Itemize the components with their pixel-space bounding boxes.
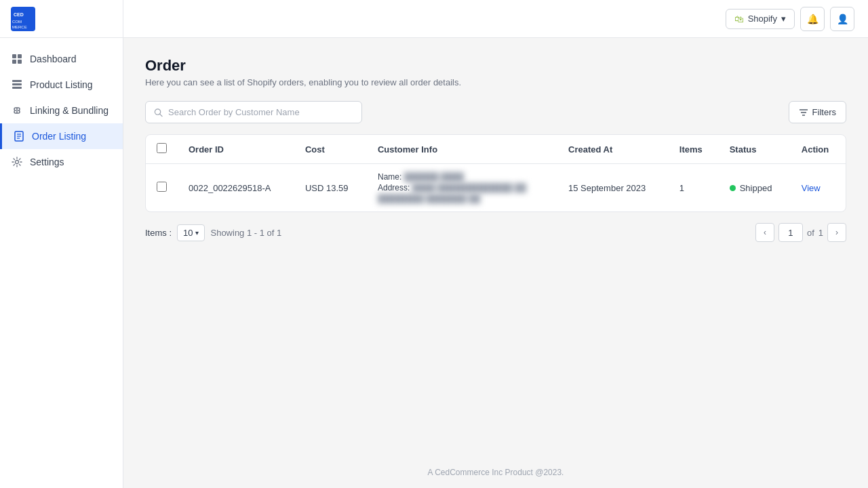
col-cost: Cost bbox=[294, 135, 367, 164]
svg-rect-10 bbox=[12, 87, 22, 89]
prev-page-button[interactable]: ‹ bbox=[755, 223, 774, 242]
svg-rect-7 bbox=[18, 60, 22, 64]
svg-rect-8 bbox=[12, 80, 22, 82]
page-nav: ‹ of 1 › bbox=[755, 223, 846, 242]
sidebar: CED COM MERCE Dashboard Product Listing … bbox=[0, 0, 123, 488]
sidebar-nav: Dashboard Product Listing Linking & Bund… bbox=[0, 38, 123, 488]
customer-address-line2: ████████ ███████ ██ bbox=[378, 194, 547, 203]
footer: A CedCommerce Inc Product @2023. bbox=[123, 457, 868, 488]
status-cell: Shipped bbox=[719, 164, 791, 212]
filter-icon bbox=[799, 108, 808, 117]
search-input[interactable] bbox=[168, 107, 353, 117]
main-content: 🛍 Shopify ▾ 🔔 👤 Order Here you can see a… bbox=[123, 0, 868, 488]
top-bar: 🛍 Shopify ▾ 🔔 👤 bbox=[123, 0, 868, 38]
customer-address-value: ████ █████████████ ██ bbox=[412, 183, 526, 192]
col-customer-info: Customer Info bbox=[367, 135, 557, 164]
pagination-bar: Items : 10 ▾ Showing 1 - 1 of 1 ‹ of 1 › bbox=[145, 223, 846, 242]
chevron-down-icon: ▾ bbox=[781, 14, 786, 24]
sidebar-item-label: Linking & Bundling bbox=[30, 105, 108, 116]
items-cell: 1 bbox=[669, 164, 719, 212]
col-items: Items bbox=[669, 135, 719, 164]
logo: CED COM MERCE bbox=[0, 0, 123, 38]
showing-text: Showing 1 - 1 of 1 bbox=[210, 228, 281, 238]
settings-icon bbox=[11, 156, 23, 168]
total-pages: 1 bbox=[818, 228, 823, 238]
toolbar: Filters bbox=[145, 101, 846, 123]
svg-rect-4 bbox=[12, 54, 16, 58]
page-of-label: of bbox=[807, 228, 814, 238]
filter-button[interactable]: Filters bbox=[789, 101, 846, 123]
page-content: Order Here you can see a list of Shopify… bbox=[123, 38, 868, 457]
sidebar-item-settings[interactable]: Settings bbox=[0, 149, 123, 175]
order-listing-icon bbox=[13, 130, 25, 142]
svg-line-18 bbox=[160, 114, 162, 116]
row-checkbox-cell bbox=[146, 164, 178, 212]
per-page-value: 10 bbox=[183, 228, 193, 238]
search-icon bbox=[154, 108, 163, 117]
dashboard-icon bbox=[11, 53, 23, 65]
customer-name: Name: ██████ ████ bbox=[378, 172, 547, 182]
filter-label: Filters bbox=[812, 107, 836, 117]
page-input[interactable] bbox=[778, 223, 803, 242]
svg-rect-5 bbox=[18, 54, 22, 58]
page-subtitle: Here you can see a list of Shopify order… bbox=[145, 77, 846, 87]
next-page-button[interactable]: › bbox=[827, 223, 846, 242]
customer-info-cell: Name: ██████ ████ Address: ████ ████████… bbox=[367, 164, 557, 212]
view-link[interactable]: View bbox=[802, 183, 821, 193]
sidebar-item-dashboard[interactable]: Dashboard bbox=[0, 46, 123, 72]
created-at-cell: 15 September 2023 bbox=[557, 164, 669, 212]
sidebar-item-label: Dashboard bbox=[30, 54, 77, 64]
status-dot bbox=[730, 185, 736, 191]
cedcommerce-logo: CED COM MERCE bbox=[11, 7, 35, 31]
table-row: 0022_0022629518-A USD 13.59 Name: ██████… bbox=[146, 164, 846, 212]
col-action: Action bbox=[791, 135, 846, 164]
svg-text:CED: CED bbox=[14, 12, 24, 17]
cost-cell: USD 13.59 bbox=[294, 164, 367, 212]
select-all-checkbox[interactable] bbox=[157, 143, 167, 153]
customer-address-line2-value: ████████ ███████ ██ bbox=[378, 194, 480, 203]
col-created-at: Created At bbox=[557, 135, 669, 164]
row-checkbox[interactable] bbox=[157, 182, 167, 192]
shopify-icon: 🛍 bbox=[734, 14, 744, 24]
col-order-id: Order ID bbox=[178, 135, 294, 164]
svg-text:COM: COM bbox=[12, 20, 22, 24]
sidebar-item-label: Product Listing bbox=[30, 79, 93, 90]
bell-icon: 🔔 bbox=[807, 14, 818, 24]
sidebar-item-label: Order Listing bbox=[32, 131, 86, 142]
sidebar-item-label: Settings bbox=[30, 157, 64, 167]
order-id-cell: 0022_0022629518-A bbox=[178, 164, 294, 212]
select-all-cell bbox=[146, 135, 178, 164]
sidebar-item-product-listing[interactable]: Product Listing bbox=[0, 72, 123, 98]
orders-table: Order ID Cost Customer Info Created At I… bbox=[145, 134, 846, 212]
status-label: Shipped bbox=[740, 183, 772, 193]
shopify-button[interactable]: 🛍 Shopify ▾ bbox=[726, 9, 795, 29]
shopify-label: Shopify bbox=[748, 14, 777, 24]
svg-rect-9 bbox=[12, 83, 22, 85]
col-status: Status bbox=[719, 135, 791, 164]
linking-icon bbox=[11, 104, 23, 117]
svg-point-16 bbox=[16, 161, 19, 164]
notification-button[interactable]: 🔔 bbox=[800, 7, 825, 31]
footer-text: A CedCommerce Inc Product @2023. bbox=[428, 468, 564, 477]
per-page-select[interactable]: 10 ▾ bbox=[177, 224, 205, 241]
items-label: Items : bbox=[145, 228, 172, 238]
customer-address: Address: ████ █████████████ ██ bbox=[378, 183, 547, 192]
svg-text:MERCE: MERCE bbox=[12, 25, 27, 29]
action-cell: View bbox=[791, 164, 846, 212]
sidebar-item-order-listing[interactable]: Order Listing bbox=[0, 123, 123, 149]
page-title: Order bbox=[145, 57, 846, 75]
svg-rect-6 bbox=[12, 60, 16, 64]
search-box[interactable] bbox=[145, 101, 362, 123]
product-listing-icon bbox=[11, 79, 23, 91]
user-icon: 👤 bbox=[837, 14, 848, 24]
profile-button[interactable]: 👤 bbox=[830, 7, 854, 31]
table-header-row: Order ID Cost Customer Info Created At I… bbox=[146, 135, 846, 164]
per-page-chevron: ▾ bbox=[195, 229, 199, 237]
status-badge: Shipped bbox=[730, 183, 772, 193]
customer-name-value: ██████ ████ bbox=[404, 172, 464, 182]
sidebar-item-linking-bundling[interactable]: Linking & Bundling bbox=[0, 98, 123, 123]
items-per-page: Items : 10 ▾ Showing 1 - 1 of 1 bbox=[145, 224, 281, 241]
